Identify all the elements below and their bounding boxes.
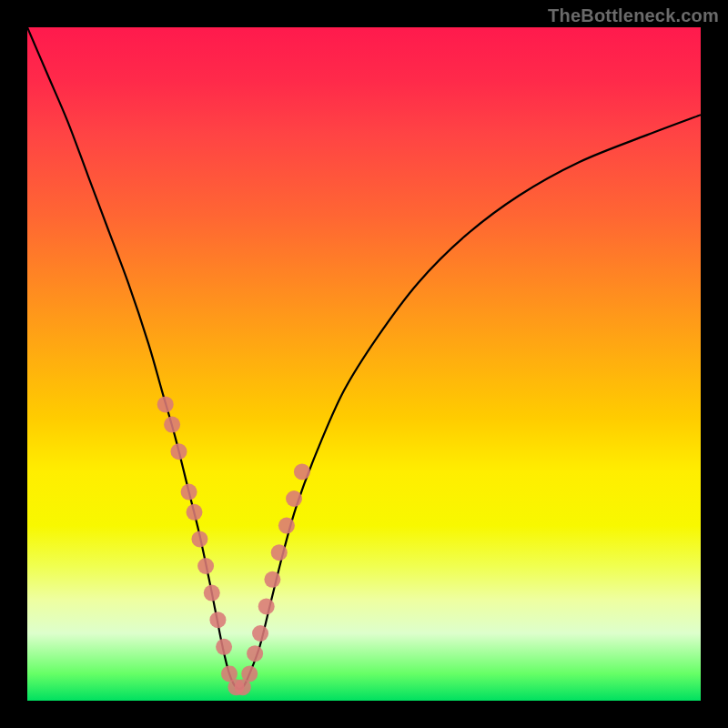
- marker-point: [271, 544, 288, 561]
- marker-point: [171, 443, 187, 460]
- watermark-text: TheBottleneck.com: [548, 5, 719, 26]
- marker-point: [247, 645, 263, 662]
- marker-point: [216, 639, 232, 655]
- marker-point: [187, 504, 203, 521]
- marker-point: [197, 558, 214, 574]
- marker-point: [191, 531, 207, 547]
- marker-point: [294, 463, 310, 480]
- marker-point: [264, 571, 280, 588]
- marker-point: [157, 396, 174, 412]
- marker-group: [157, 396, 310, 695]
- bottleneck-curve: [27, 27, 701, 689]
- marker-point: [181, 484, 197, 500]
- marker-point: [286, 490, 302, 507]
- marker-point: [278, 518, 295, 534]
- marker-point: [164, 417, 180, 433]
- marker-point: [209, 612, 226, 628]
- curve-layer: [27, 27, 701, 701]
- plot-area: [27, 27, 701, 701]
- marker-point: [258, 598, 275, 614]
- marker-point: [241, 665, 258, 682]
- marker-point: [204, 585, 220, 602]
- chart-frame: TheBottleneck.com: [0, 0, 728, 728]
- marker-point: [252, 625, 268, 642]
